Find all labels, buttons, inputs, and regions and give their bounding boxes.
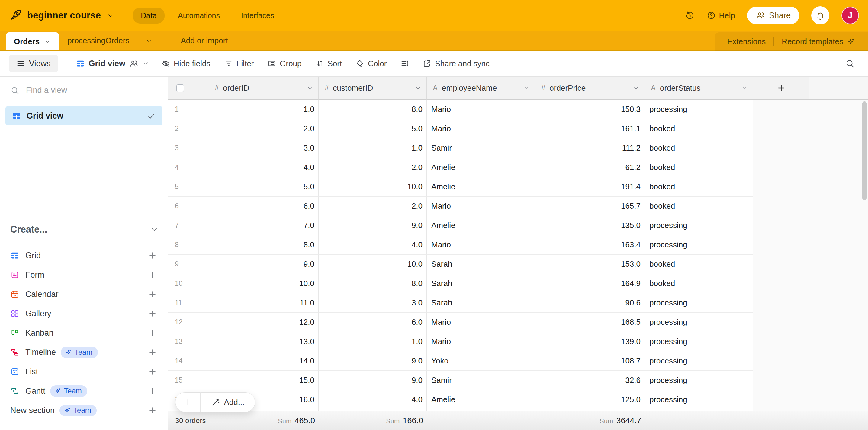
create-item-timeline[interactable]: TimelineTeam — [0, 343, 168, 362]
table-row[interactable]: 1313.01.0Mario139.0processing — [168, 332, 753, 351]
create-item-kanban[interactable]: Kanban — [0, 323, 168, 343]
add-view-button[interactable] — [148, 290, 157, 299]
tab-processing-orders[interactable]: processingOrders — [59, 36, 138, 45]
extensions-button[interactable]: Extensions — [727, 37, 766, 46]
add-view-button[interactable] — [148, 406, 157, 415]
cell-customerid[interactable]: 1.0 — [319, 139, 427, 158]
create-item-gallery[interactable]: Gallery — [0, 304, 168, 323]
cell-customerid[interactable]: 3.0 — [319, 293, 427, 313]
cell-orderid[interactable]: 33.0 — [168, 139, 319, 158]
table-row[interactable]: 99.010.0Sarah153.0booked — [168, 255, 753, 274]
cell-employeename[interactable]: Samir — [427, 139, 535, 158]
search-button[interactable] — [845, 59, 859, 68]
add-view-button[interactable] — [148, 348, 157, 357]
column-header-orderprice[interactable]: #orderPrice — [535, 77, 645, 100]
cell-orderstatus[interactable]: booked — [645, 139, 753, 158]
cell-customerid[interactable]: 8.0 — [319, 274, 427, 293]
cell-orderprice[interactable]: 191.4 — [535, 177, 645, 197]
cell-employeename[interactable]: Mario — [427, 313, 535, 332]
cell-orderprice[interactable]: 135.0 — [535, 216, 645, 235]
record-templates-button[interactable]: Record templates — [782, 37, 855, 46]
cell-customerid[interactable]: 10.0 — [319, 255, 427, 274]
cell-orderid[interactable]: 1313.0 — [168, 332, 319, 351]
cell-orderid[interactable]: 1010.0 — [168, 274, 319, 293]
create-item-grid[interactable]: Grid — [0, 246, 168, 265]
create-item-new-section[interactable]: New sectionTeam — [0, 401, 168, 420]
cell-orderstatus[interactable]: processing — [645, 100, 753, 119]
add-view-button[interactable] — [148, 270, 157, 279]
base-chevron-down-icon[interactable] — [106, 11, 114, 19]
history-button[interactable] — [685, 10, 695, 20]
tab-list-chevron-button[interactable] — [138, 37, 160, 45]
sum-orderprice[interactable]: Sum3644.7 — [168, 416, 641, 425]
view-chevron-icon[interactable] — [142, 60, 150, 67]
table-row[interactable]: 88.04.0Mario163.4processing — [168, 235, 753, 255]
cell-orderprice[interactable]: 164.9 — [535, 274, 645, 293]
tab-orders-chevron-icon[interactable] — [44, 38, 51, 45]
cell-customerid[interactable]: 9.0 — [319, 351, 427, 371]
cell-orderid[interactable]: 11.0 — [168, 100, 319, 119]
cell-employeename[interactable]: Amelie — [427, 390, 535, 409]
column-header-employeename[interactable]: AemployeeName — [427, 77, 535, 100]
vertical-scrollbar-thumb[interactable] — [862, 101, 867, 200]
color-button[interactable]: Color — [356, 59, 386, 68]
field-chevron-icon[interactable] — [741, 84, 748, 92]
select-all-checkbox[interactable] — [176, 84, 184, 92]
cell-employeename[interactable]: Samir — [427, 371, 535, 390]
cell-customerid[interactable]: 9.0 — [319, 371, 427, 390]
user-avatar[interactable]: J — [841, 7, 859, 24]
create-item-gantt[interactable]: GanttTeam — [0, 381, 168, 401]
cell-orderstatus[interactable]: booked — [645, 255, 753, 274]
cell-orderprice[interactable]: 153.0 — [535, 255, 645, 274]
cell-employeename[interactable]: Mario — [427, 332, 535, 351]
cell-orderstatus[interactable]: processing — [645, 332, 753, 351]
add-with-ai-button[interactable]: Add... — [200, 398, 255, 407]
cell-customerid[interactable]: 4.0 — [319, 235, 427, 255]
cell-orderprice[interactable]: 161.1 — [535, 119, 645, 139]
field-chevron-icon[interactable] — [306, 84, 313, 92]
find-view-input[interactable] — [26, 86, 141, 95]
table-row[interactable]: 11.08.0Mario150.3processing — [168, 100, 753, 119]
cell-customerid[interactable]: 2.0 — [319, 197, 427, 216]
cell-orderid[interactable]: 88.0 — [168, 235, 319, 255]
top-nav-automations[interactable]: Automations — [170, 7, 228, 24]
app-brand[interactable]: beginner course — [9, 9, 114, 22]
cell-customerid[interactable]: 9.0 — [319, 216, 427, 235]
cell-orderstatus[interactable]: processing — [645, 216, 753, 235]
cell-orderprice[interactable]: 125.0 — [535, 390, 645, 409]
cell-employeename[interactable]: Mario — [427, 119, 535, 139]
cell-employeename[interactable]: Yoko — [427, 351, 535, 371]
help-button[interactable]: Help — [707, 11, 735, 20]
cell-orderprice[interactable]: 108.7 — [535, 351, 645, 371]
tab-orders[interactable]: Orders — [6, 32, 59, 51]
cell-orderid[interactable]: 44.0 — [168, 158, 319, 177]
table-row[interactable]: 1010.08.0Sarah164.9booked — [168, 274, 753, 293]
cell-employeename[interactable]: Amelie — [427, 177, 535, 197]
cell-customerid[interactable]: 2.0 — [319, 158, 427, 177]
cell-orderid[interactable]: 1515.0 — [168, 371, 319, 390]
cell-orderstatus[interactable]: booked — [645, 119, 753, 139]
cell-orderstatus[interactable]: processing — [645, 293, 753, 313]
notifications-button[interactable] — [811, 6, 829, 25]
table-row[interactable]: 55.010.0Amelie191.4booked — [168, 177, 753, 197]
table-row[interactable]: 22.05.0Mario161.1booked — [168, 119, 753, 139]
table-row[interactable]: 1111.03.0Sarah90.6processing — [168, 293, 753, 313]
filter-button[interactable]: Filter — [224, 59, 254, 68]
add-view-button[interactable] — [148, 328, 157, 338]
cell-orderid[interactable]: 66.0 — [168, 197, 319, 216]
cell-orderid[interactable]: 77.0 — [168, 216, 319, 235]
cell-orderstatus[interactable]: booked — [645, 177, 753, 197]
hide-fields-button[interactable]: Hide fields — [162, 59, 210, 68]
cell-orderprice[interactable]: 32.6 — [535, 371, 645, 390]
sidebar-view-grid-view[interactable]: Grid view — [5, 106, 162, 125]
table-row[interactable]: 77.09.0Amelie135.0processing — [168, 216, 753, 235]
cell-orderid[interactable]: 22.0 — [168, 119, 319, 139]
field-chevron-icon[interactable] — [414, 84, 422, 92]
table-row[interactable]: 66.02.0Mario165.7booked — [168, 197, 753, 216]
cell-orderprice[interactable]: 165.7 — [535, 197, 645, 216]
cell-orderstatus[interactable]: processing — [645, 351, 753, 371]
field-chevron-icon[interactable] — [523, 84, 530, 92]
cell-employeename[interactable]: Mario — [427, 197, 535, 216]
sort-button[interactable]: Sort — [316, 59, 342, 68]
cell-orderprice[interactable]: 90.6 — [535, 293, 645, 313]
